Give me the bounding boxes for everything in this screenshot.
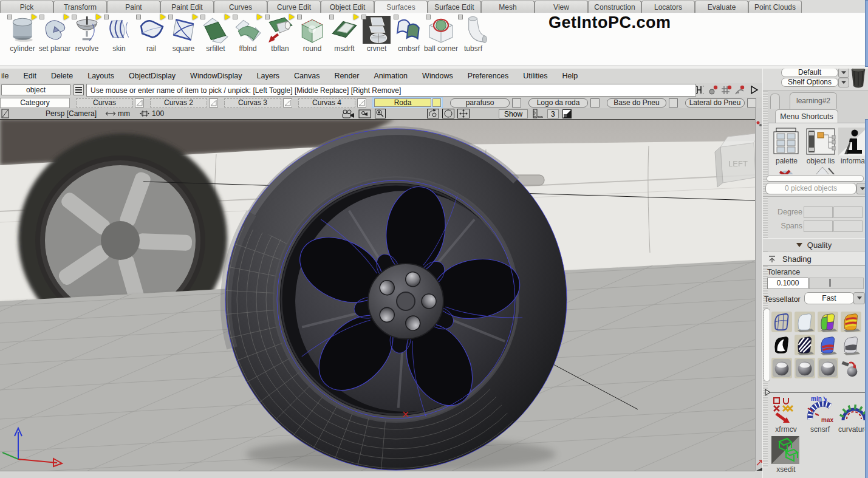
- popup-arrow-icon[interactable]: [64, 14, 69, 20]
- menu-utilities[interactable]: Utilities: [516, 72, 555, 80]
- layer-state-icon[interactable]: [357, 98, 366, 108]
- degree-field-2[interactable]: [833, 207, 863, 218]
- shelf-tool-ffblnd[interactable]: ffblnd: [233, 14, 263, 53]
- layer-roda-label[interactable]: Roda: [374, 98, 431, 107]
- tool-checkbox[interactable]: [297, 15, 302, 19]
- tab-curve-edit[interactable]: Curve Edit: [267, 1, 321, 13]
- camera-box-icon[interactable]: [358, 109, 371, 118]
- shelf-tool-msdrft[interactable]: msdrft: [329, 14, 360, 53]
- popup-arrow-icon[interactable]: [32, 14, 37, 20]
- shade-multicolor-icon[interactable]: [818, 312, 838, 332]
- shelf-tool-crvnet[interactable]: crvnet: [361, 14, 392, 53]
- grid-snap-icon[interactable]: [720, 84, 733, 95]
- xfrmcv-icon[interactable]: [771, 396, 799, 424]
- history-icon[interactable]: [695, 84, 705, 95]
- tab-surfaces[interactable]: Surfaces: [374, 1, 428, 13]
- tool-checkbox[interactable]: [136, 15, 141, 19]
- tab-construction[interactable]: Construction: [588, 1, 641, 13]
- tool-checkbox[interactable]: [361, 15, 366, 19]
- layer-curvas-3[interactable]: Curvas 3: [224, 98, 281, 108]
- tool-checkbox[interactable]: [265, 15, 270, 19]
- layer-curvas-2[interactable]: Curvas 2: [150, 98, 207, 108]
- tab-pick[interactable]: Pick: [0, 1, 53, 13]
- tolerance-slider[interactable]: [809, 278, 864, 289]
- tab-paint-edit[interactable]: Paint Edit: [160, 1, 214, 13]
- layer-checkbox[interactable]: [512, 98, 521, 108]
- circle-select-icon[interactable]: [442, 109, 454, 118]
- curve-snap-icon[interactable]: [734, 84, 746, 95]
- tool-checkbox[interactable]: [39, 15, 44, 19]
- menu-windows[interactable]: Windows: [415, 72, 460, 80]
- information-icon[interactable]: [838, 128, 867, 155]
- render-ball-icon[interactable]: [818, 358, 838, 378]
- shelf-tool-ball-corner[interactable]: ball corner: [426, 14, 456, 53]
- splitter-arrow-icon[interactable]: [764, 389, 771, 396]
- shelf-tool-tbflan[interactable]: tbflan: [265, 14, 295, 53]
- menu-help[interactable]: Help: [555, 72, 586, 80]
- layer-lateral-do-pneu[interactable]: Lateral do Pneu: [685, 98, 745, 108]
- shade-chrome-icon[interactable]: [841, 335, 861, 355]
- menu-layouts[interactable]: Layouts: [80, 72, 121, 80]
- xsedit-icon[interactable]: [771, 436, 799, 464]
- layer-category-button[interactable]: Category: [0, 98, 70, 108]
- render-ball-icon[interactable]: [771, 358, 792, 378]
- layer-checkbox[interactable]: [747, 98, 756, 108]
- shade-wireframe-icon[interactable]: [771, 312, 792, 332]
- tab-point-clouds[interactable]: Point Clouds: [748, 1, 802, 13]
- tab-menu-shortcuts[interactable]: Menu Shortcuts: [775, 109, 838, 123]
- strip-bottom-icon[interactable]: [756, 459, 762, 466]
- layer-curvas[interactable]: Curvas: [76, 98, 133, 108]
- tessellator-arrow-icon[interactable]: [853, 292, 865, 304]
- tab-mesh[interactable]: Mesh: [481, 1, 535, 13]
- layer-curvas-4[interactable]: Curvas 4: [298, 98, 355, 108]
- popup-arrow-icon[interactable]: [289, 14, 295, 20]
- shelf-options-dropdown[interactable]: Shelf Options: [781, 78, 838, 87]
- shelf-tool-cylinder[interactable]: cylinder: [7, 14, 38, 53]
- ruler-icon[interactable]: [533, 109, 544, 118]
- quality-section-header[interactable]: Quality: [763, 238, 865, 251]
- point-snap-icon[interactable]: [707, 84, 719, 95]
- viewport-menu-icon[interactable]: [1, 109, 9, 118]
- shelf-tool-tubsrf[interactable]: tubsrf: [458, 14, 488, 53]
- tab-object-edit[interactable]: Object Edit: [321, 1, 374, 13]
- tool-checkbox[interactable]: [233, 15, 238, 19]
- panel-v-scrollbar[interactable]: [764, 309, 770, 381]
- shading-section-header[interactable]: Shading: [763, 252, 865, 266]
- tab-transform[interactable]: Transform: [53, 1, 107, 13]
- wheel-model[interactable]: [225, 129, 567, 470]
- shelf-tool-round[interactable]: round: [297, 14, 327, 53]
- 3d-viewport-scene[interactable]: LEFT: [0, 119, 755, 471]
- perspective-viewport[interactable]: LEFT: [0, 119, 755, 471]
- viewport-title[interactable]: Persp [Camera]: [46, 109, 97, 118]
- spans-field-2[interactable]: [833, 220, 863, 232]
- spray-render-icon[interactable]: [841, 358, 861, 378]
- shelf-tool-cmbsrf[interactable]: cmbsrf: [394, 14, 424, 53]
- trash-icon[interactable]: [849, 67, 867, 89]
- tab-evaluate[interactable]: Evaluate: [695, 1, 748, 13]
- palette-icon[interactable]: [771, 128, 802, 155]
- shelf-h-scrollbar[interactable]: [767, 176, 864, 182]
- tool-checkbox[interactable]: [72, 15, 77, 19]
- preset-dropdown[interactable]: Default: [781, 68, 838, 77]
- menu-delete[interactable]: Delete: [44, 72, 80, 80]
- picked-objects-display[interactable]: 0 picked objects: [765, 183, 856, 194]
- tool-checkbox[interactable]: [200, 15, 205, 19]
- menu-windowdisplay[interactable]: WindowDisplay: [183, 72, 249, 80]
- curvature-icon[interactable]: [839, 396, 867, 424]
- tool-checkbox[interactable]: [104, 15, 109, 19]
- layer-parafuso[interactable]: parafuso: [450, 98, 510, 108]
- spans-field-1[interactable]: [804, 220, 833, 232]
- panel-splitter[interactable]: [770, 392, 866, 393]
- shelf-tool-rail[interactable]: rail: [136, 14, 166, 53]
- menu-render[interactable]: Render: [327, 72, 366, 80]
- zoom-magnifier-icon[interactable]: [375, 109, 386, 118]
- layer-state-icon[interactable]: [135, 98, 144, 108]
- shelf-tool-square[interactable]: square: [168, 14, 199, 53]
- menu-animation[interactable]: Animation: [366, 72, 415, 80]
- popup-arrow-icon[interactable]: [225, 14, 230, 20]
- layer-base-do-pneu[interactable]: Base do Pneu: [607, 98, 666, 108]
- shelf-tab-learning[interactable]: learning#2: [790, 92, 837, 109]
- shelf-tool-skin[interactable]: skin: [104, 14, 134, 53]
- popup-arrow-icon[interactable]: [96, 14, 101, 20]
- panel-scrollbar[interactable]: [865, 119, 868, 478]
